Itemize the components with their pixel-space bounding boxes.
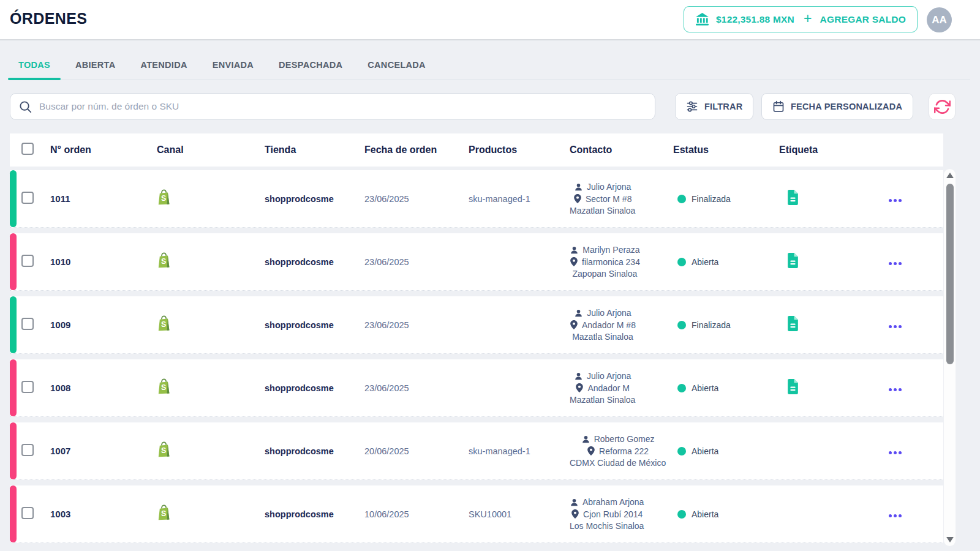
contact-name: Abraham Arjona — [582, 497, 644, 507]
store-name[interactable]: shopprodcosme — [265, 509, 334, 519]
filter-sliders-icon — [686, 100, 698, 113]
label-document-icon[interactable] — [786, 253, 799, 268]
contact-address: Andador M — [587, 383, 629, 393]
column-header-date: Fecha de orden — [364, 144, 469, 156]
location-pin-icon — [587, 446, 595, 456]
tab-despachada[interactable]: DESPACHADA — [268, 54, 353, 79]
location-pin-icon — [575, 383, 584, 393]
status-dot — [677, 510, 686, 519]
orders-list: 1011 S shopprodcosme 23/06/2025 sku-mana… — [10, 170, 943, 549]
tab-atendida[interactable]: ATENDIDA — [130, 54, 197, 79]
contact-city: Zapopan Sinaloa — [573, 269, 638, 279]
store-name[interactable]: shopprodcosme — [265, 446, 334, 456]
table-row: 1011 S shopprodcosme 23/06/2025 sku-mana… — [10, 170, 943, 228]
select-all-checkbox[interactable] — [21, 143, 34, 155]
search-box — [10, 93, 655, 120]
person-icon — [581, 435, 590, 444]
row-menu-button[interactable] — [889, 199, 902, 202]
status-label: Abierta — [692, 509, 718, 519]
row-checkbox[interactable] — [21, 192, 34, 204]
row-menu-button[interactable] — [889, 388, 902, 391]
product-sku: SKU10001 — [469, 509, 570, 519]
calendar-icon — [772, 100, 785, 113]
row-checkbox[interactable] — [21, 444, 34, 456]
order-date: 10/06/2025 — [364, 509, 469, 519]
contact-city: CDMX Ciudad de México — [570, 458, 666, 468]
tab-abierta[interactable]: ABIERTA — [65, 54, 126, 79]
svg-text:S: S — [161, 446, 166, 455]
product-sku: sku-managed-1 — [469, 194, 570, 204]
tab-label: ABIERTA — [75, 60, 115, 70]
contact-city: Los Mochis Sinaloa — [570, 521, 644, 531]
label-document-icon[interactable] — [786, 379, 799, 394]
search-input[interactable] — [39, 101, 647, 112]
store-name[interactable]: shopprodcosme — [265, 320, 334, 330]
store-name[interactable]: shopprodcosme — [265, 383, 334, 393]
row-menu-button[interactable] — [889, 262, 902, 265]
shopify-channel-icon: S — [157, 315, 171, 332]
filter-button[interactable]: FILTRAR — [675, 93, 753, 120]
column-header-store: Tienda — [265, 144, 364, 156]
contact-address: Andador M #8 — [582, 320, 636, 330]
order-number[interactable]: 1007 — [50, 446, 70, 456]
tab-label: DESPACHADA — [279, 60, 342, 70]
contact-info: Julio Arjona Sector M #8 Mazatlan Sinalo… — [570, 182, 635, 216]
order-number[interactable]: 1003 — [50, 509, 70, 519]
refresh-icon — [934, 99, 951, 115]
tab-label: CANCELADA — [368, 60, 426, 70]
contact-address: Sector M #8 — [586, 194, 631, 204]
order-number[interactable]: 1011 — [50, 193, 70, 204]
row-checkbox[interactable] — [21, 507, 34, 519]
row-checkbox[interactable] — [21, 381, 34, 393]
scroll-down-arrow[interactable] — [946, 537, 954, 542]
order-date: 20/06/2025 — [364, 446, 469, 456]
store-name[interactable]: shopprodcosme — [265, 257, 334, 267]
row-checkbox[interactable] — [21, 318, 34, 330]
avatar[interactable]: AA — [927, 7, 952, 32]
row-accent-bar — [10, 359, 17, 416]
contact-info: Julio Arjona Andador M #8 Mazatla Sinalo… — [570, 308, 636, 342]
status-dot — [677, 321, 686, 329]
order-number[interactable]: 1009 — [50, 320, 70, 330]
top-bar: ÓRDENES $122,351.88 MXN + AGREGAR SALDO … — [0, 0, 980, 40]
svg-text:S: S — [161, 320, 166, 329]
row-menu-button[interactable] — [889, 514, 902, 517]
order-number[interactable]: 1008 — [50, 383, 70, 393]
location-pin-icon — [571, 509, 579, 519]
order-number[interactable]: 1010 — [50, 257, 70, 267]
store-name[interactable]: shopprodcosme — [265, 194, 334, 204]
contact-city: Mazatlan Sinaloa — [570, 206, 635, 216]
scrollbar-thumb[interactable] — [946, 184, 954, 364]
label-document-icon[interactable] — [786, 190, 799, 205]
contact-info: Julio Arjona Andador M Mazatlan Sinaloa — [570, 371, 635, 405]
contact-name: Roberto Gomez — [594, 434, 655, 444]
add-balance-button[interactable]: $122,351.88 MXN + AGREGAR SALDO — [684, 6, 918, 32]
person-icon — [570, 498, 579, 507]
tab-todas[interactable]: TODAS — [8, 54, 61, 79]
vertical-scrollbar[interactable] — [944, 169, 956, 546]
row-menu-button[interactable] — [889, 325, 902, 328]
contact-name: Julio Arjona — [587, 371, 631, 381]
row-menu-button[interactable] — [889, 451, 902, 454]
contact-info: Marilyn Peraza filarmonica 234 Zapopan S… — [570, 245, 640, 279]
shopify-channel-icon: S — [157, 189, 171, 206]
column-header-products: Productos — [469, 144, 570, 156]
status-dot — [677, 447, 686, 455]
contact-city: Mazatla Sinaloa — [572, 332, 633, 342]
label-document-icon[interactable] — [786, 316, 799, 331]
custom-date-button[interactable]: FECHA PERSONALIZADA — [761, 93, 913, 120]
refresh-button[interactable] — [929, 93, 956, 120]
scroll-up-arrow[interactable] — [946, 173, 954, 178]
column-header-status: Estatus — [673, 144, 779, 156]
column-header-order: N° orden — [50, 144, 157, 156]
person-icon — [574, 182, 583, 192]
tab-enviada[interactable]: ENVIADA — [202, 54, 264, 79]
row-checkbox[interactable] — [21, 255, 34, 267]
column-header-label: Etiqueta — [779, 144, 889, 156]
status-dot — [677, 195, 686, 203]
tab-bar: TODAS ABIERTA ATENDIDA ENVIADA DESPACHAD… — [8, 54, 436, 79]
column-header-channel: Canal — [157, 144, 265, 156]
custom-date-button-label: FECHA PERSONALIZADA — [791, 102, 902, 111]
contact-city: Mazatlan Sinaloa — [570, 395, 635, 405]
tab-cancelada[interactable]: CANCELADA — [357, 54, 436, 79]
